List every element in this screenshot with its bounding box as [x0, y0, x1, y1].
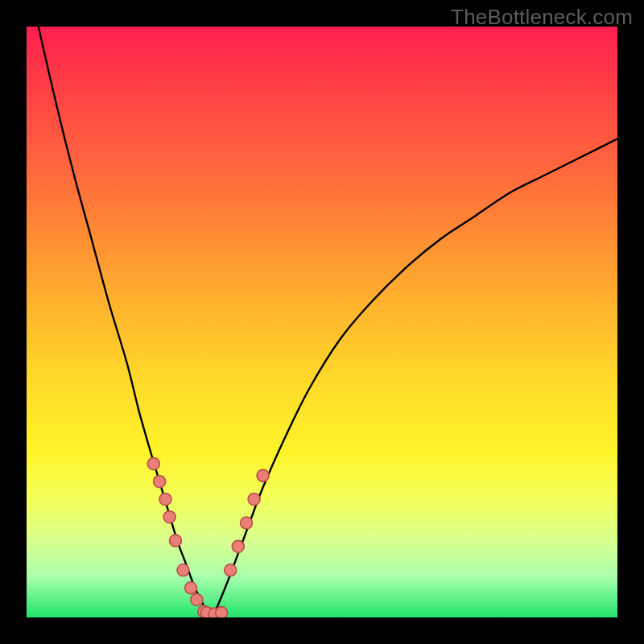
data-marker	[169, 535, 181, 547]
curve-left	[39, 27, 213, 617]
plot-area	[27, 27, 617, 617]
data-marker	[216, 607, 228, 617]
marker-layer	[147, 458, 269, 617]
data-marker	[232, 540, 244, 552]
data-marker	[225, 564, 237, 576]
data-marker	[191, 593, 203, 605]
data-marker	[163, 511, 175, 523]
data-marker	[248, 493, 260, 506]
data-marker	[147, 458, 159, 470]
data-marker	[159, 493, 171, 506]
data-marker	[241, 517, 253, 529]
curve-layer	[27, 27, 617, 617]
data-marker	[154, 476, 166, 488]
data-marker	[257, 469, 269, 481]
data-marker	[185, 582, 197, 594]
watermark-label: TheBottleneck.com	[451, 5, 633, 30]
curve-right	[213, 138, 617, 617]
chart-container: TheBottleneck.com	[0, 0, 644, 644]
data-marker	[177, 564, 189, 576]
